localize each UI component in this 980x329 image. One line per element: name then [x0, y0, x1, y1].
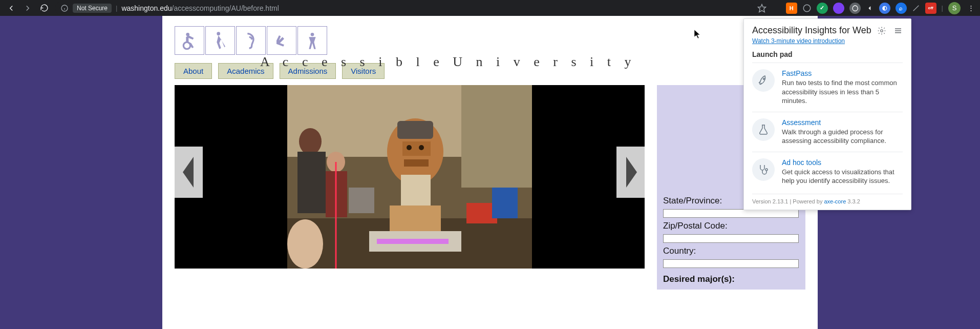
adhoc-title: Ad hoc tools — [782, 158, 903, 167]
extension-green-icon[interactable]: ✓ — [817, 3, 828, 14]
zip-input[interactable] — [663, 234, 799, 243]
zip-label: Zip/Postal Code: — [663, 221, 799, 231]
extension-off-icon[interactable]: off — [925, 3, 936, 14]
fastpass-item[interactable]: FastPass Run two tests to find the most … — [752, 63, 903, 112]
accessibility-insights-panel: Accessibility Insights for Web Watch 3-m… — [743, 18, 911, 210]
beaker-icon — [752, 118, 775, 141]
svg-point-29 — [287, 219, 323, 269]
panel-footer: Version 2.13.1 | Powered by axe-core 3.3… — [752, 194, 903, 204]
svg-point-40 — [765, 169, 768, 171]
nav-about[interactable]: About — [175, 63, 212, 79]
browser-menu-icon[interactable]: ⋮ — [966, 1, 976, 15]
svg-point-18 — [407, 145, 412, 150]
svg-point-19 — [419, 145, 424, 150]
carousel-image — [287, 85, 532, 269]
site-logo[interactable] — [175, 26, 805, 55]
extension-pen-icon[interactable] — [912, 4, 920, 12]
logo-tile-person-icon — [297, 26, 327, 55]
svg-rect-26 — [297, 152, 326, 213]
assessment-item[interactable]: Assessment Walk through a guided process… — [752, 112, 903, 152]
adhoc-item[interactable]: Ad hoc tools Get quick access to visuali… — [752, 152, 903, 192]
country-input[interactable] — [663, 259, 799, 268]
gear-icon[interactable] — [877, 26, 886, 35]
svg-rect-32 — [492, 188, 518, 218]
nav-academics[interactable]: Academics — [218, 63, 273, 79]
assessment-desc: Walk through a guided process for assess… — [782, 128, 903, 146]
reload-button[interactable] — [37, 1, 51, 15]
logo-tile-cane-icon — [205, 26, 235, 55]
address-bar[interactable]: Not Secure | washington.edu/accesscomput… — [55, 1, 753, 15]
extension-blue1-icon[interactable]: ◐ — [879, 3, 890, 14]
state-input[interactable] — [663, 209, 799, 218]
svg-point-39 — [763, 78, 765, 80]
profile-avatar[interactable]: S — [948, 2, 961, 14]
url-text: washington.edu/accesscomputing/AU/before… — [121, 4, 279, 12]
nav-admissions[interactable]: Admissions — [280, 63, 336, 79]
carousel-prev-button[interactable] — [175, 147, 203, 198]
intro-video-link[interactable]: Watch 3-minute video introduction — [752, 37, 845, 45]
extension-eye-icon[interactable] — [802, 4, 812, 13]
accessibility-insights-icon[interactable]: ⌕ — [896, 3, 907, 14]
svg-rect-13 — [461, 85, 532, 188]
svg-rect-21 — [401, 175, 431, 205]
main-nav: About Academics Admissions Visitors — [175, 63, 805, 79]
axe-core-link[interactable]: axe-core — [824, 198, 846, 204]
image-carousel — [175, 85, 645, 269]
svg-rect-22 — [390, 205, 441, 231]
nav-visitors[interactable]: Visitors — [342, 63, 385, 79]
rocket-icon — [752, 69, 775, 92]
svg-point-35 — [881, 29, 883, 32]
fastpass-desc: Run two tests to find the most common ac… — [782, 78, 903, 106]
svg-marker-3 — [758, 4, 765, 12]
country-label: Country: — [663, 246, 799, 256]
svg-rect-16 — [397, 121, 433, 139]
extension-h-icon[interactable]: H — [786, 3, 797, 14]
bookmark-icon[interactable] — [757, 4, 766, 13]
svg-rect-30 — [349, 188, 374, 213]
major-label: Desired major(s): — [663, 274, 799, 284]
page-content: A c c e s s i b l e U n i v e r s i t y … — [162, 16, 818, 329]
svg-point-7 — [183, 42, 190, 49]
assessment-title: Assessment — [782, 118, 903, 127]
extension-camera-icon[interactable]: ◯ — [849, 3, 861, 14]
launch-pad-heading: Launch pad — [752, 50, 903, 58]
svg-marker-34 — [626, 157, 637, 188]
svg-marker-10 — [183, 157, 194, 188]
carousel-next-button[interactable] — [616, 147, 645, 198]
svg-rect-24 — [377, 239, 449, 244]
logo-tile-hands-icon — [267, 26, 296, 55]
svg-rect-20 — [404, 159, 429, 167]
extension-caret-icon[interactable] — [866, 4, 874, 12]
hamburger-icon[interactable] — [893, 26, 903, 35]
svg-rect-17 — [402, 141, 431, 156]
svg-point-9 — [311, 33, 314, 36]
logo-tile-ear-icon — [236, 26, 266, 55]
panel-title: Accessibility Insights for Web — [752, 25, 871, 36]
svg-marker-5 — [868, 6, 870, 10]
info-icon — [60, 4, 69, 12]
back-button[interactable] — [4, 1, 18, 15]
adhoc-desc: Get quick access to visualizations that … — [782, 168, 903, 186]
svg-point-25 — [299, 128, 322, 155]
browser-toolbar: Not Secure | washington.edu/accesscomput… — [0, 0, 980, 16]
security-badge: Not Secure — [73, 4, 112, 13]
svg-point-4 — [803, 5, 811, 12]
toolbar-actions: H ✓ ◯ ◐ ⌕ off | S ⋮ — [757, 1, 976, 15]
fastpass-title: FastPass — [782, 69, 903, 77]
stethoscope-icon — [752, 158, 775, 181]
forward-button[interactable] — [20, 1, 35, 15]
svg-point-8 — [217, 32, 220, 35]
logo-tile-wheelchair-icon — [175, 26, 204, 55]
extension-purple-icon[interactable] — [833, 3, 844, 14]
